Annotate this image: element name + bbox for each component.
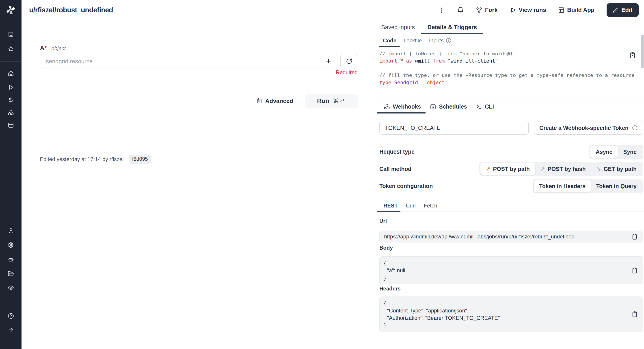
tab-code[interactable]: Code xyxy=(379,34,400,47)
tab-webhooks[interactable]: Webhooks xyxy=(379,100,426,114)
create-webhook-token-button[interactable]: Create a Webhook-specific Token xyxy=(534,121,643,135)
field-name: A xyxy=(40,45,44,52)
trigger-tabs: Webhooks Schedules CLI xyxy=(377,100,644,114)
tab-rest[interactable]: REST xyxy=(379,200,402,211)
fork-button[interactable]: Fork xyxy=(476,7,498,14)
sidebar-expand-button[interactable] xyxy=(6,325,15,334)
home-icon xyxy=(8,71,14,77)
view-runs-label: View runs xyxy=(519,7,546,14)
option-async[interactable]: Async xyxy=(590,146,618,158)
form-actions: Advanced Run ⌘↵ xyxy=(40,94,358,108)
code-viewer[interactable]: // import { toWords } from "number-to-wo… xyxy=(379,50,637,86)
kebab-menu-icon xyxy=(438,7,445,14)
clipboard-copy-icon xyxy=(629,52,636,59)
cli-label: CLI xyxy=(485,103,494,110)
option-token-in-headers[interactable]: Token in Headers xyxy=(534,180,591,192)
body-box: { "a": null } xyxy=(379,256,643,284)
add-resource-button[interactable] xyxy=(320,54,337,68)
required-asterisk: * xyxy=(44,45,47,52)
request-type-row: Request type Async Sync xyxy=(379,145,643,159)
star-icon xyxy=(8,46,14,52)
run-shortcut: ⌘↵ xyxy=(333,98,346,105)
build-app-label: Build App xyxy=(567,7,594,14)
token-config-toggle: Token in Headers Token in Query xyxy=(533,179,643,193)
fork-label: Fork xyxy=(485,7,498,14)
sidebar-item-resources[interactable] xyxy=(6,108,15,117)
call-method-label: Call method xyxy=(379,166,412,172)
body-label: Body xyxy=(379,245,393,251)
tab-schedules[interactable]: Schedules xyxy=(426,100,472,114)
more-options-button[interactable] xyxy=(438,7,445,14)
refresh-icon xyxy=(346,58,352,64)
tab-cli[interactable]: CLI xyxy=(472,100,498,114)
sidebar-item-settings[interactable] xyxy=(6,240,15,249)
rest-tabs: REST Curl Fetch xyxy=(377,200,644,212)
get-by-path-label: GET by path xyxy=(604,166,636,172)
run-label: Run xyxy=(317,97,329,105)
copy-code-button[interactable] xyxy=(629,52,636,59)
required-note: Required xyxy=(290,69,358,76)
sidebar-item-users[interactable] xyxy=(6,226,15,235)
headers-box: { "Content-Type": "application/json", "A… xyxy=(379,296,643,332)
calendar-icon xyxy=(8,122,14,128)
panel-tabs: Saved inputs Details & Triggers xyxy=(377,21,644,34)
advanced-button[interactable]: Advanced xyxy=(256,98,293,105)
arrow-up-right-icon: ↗ xyxy=(540,166,545,172)
view-runs-button[interactable]: View runs xyxy=(510,7,546,14)
token-input[interactable] xyxy=(379,121,528,135)
call-method-toggle: ↗ POST by path ↗ POST by hash ↘ GET by p… xyxy=(479,162,643,176)
sidebar-item-help[interactable] xyxy=(6,311,15,320)
scrollbar-thumb[interactable] xyxy=(641,35,644,68)
edit-button[interactable]: Edit xyxy=(606,3,638,17)
tab-inputs-label: Inputs xyxy=(429,38,444,44)
option-sync[interactable]: Sync xyxy=(618,146,642,158)
sidebar-item-folders[interactable] xyxy=(6,269,15,278)
calendar-icon xyxy=(256,98,262,104)
boxes-icon xyxy=(8,110,14,116)
sidebar-item-workspace[interactable] xyxy=(6,30,15,39)
tab-fetch[interactable]: Fetch xyxy=(420,200,441,211)
page-title: u/rfiszel/robust_undefined xyxy=(29,6,113,14)
sidebar-item-runs[interactable] xyxy=(6,83,15,92)
sidebar-item-schedules[interactable] xyxy=(6,120,15,129)
layout-icon xyxy=(558,7,564,13)
tab-curl[interactable]: Curl xyxy=(402,200,420,211)
edit-label: Edit xyxy=(621,7,632,14)
tab-inputs[interactable]: Inputs xyxy=(425,34,455,47)
refresh-button[interactable] xyxy=(340,54,358,68)
option-post-by-hash[interactable]: ↗ POST by hash xyxy=(535,163,591,175)
option-token-in-query[interactable]: Token in Query xyxy=(591,180,642,192)
option-get-by-path[interactable]: ↘ GET by path xyxy=(591,163,642,175)
tab-lockfile[interactable]: Lockfile xyxy=(400,34,425,47)
copy-body-button[interactable] xyxy=(632,267,638,274)
option-post-by-path[interactable]: ↗ POST by path xyxy=(480,163,535,175)
notifications-button[interactable] xyxy=(457,7,464,14)
sidebar-item-variables[interactable] xyxy=(6,95,15,104)
windmill-logo-icon[interactable] xyxy=(6,5,16,15)
resource-input[interactable] xyxy=(40,54,316,68)
tab-details-triggers[interactable]: Details & Triggers xyxy=(421,21,483,34)
topbar-actions: Fork View runs Build App Edit xyxy=(438,3,638,17)
sidebar-item-favorites[interactable] xyxy=(6,44,15,53)
build-app-button[interactable]: Build App xyxy=(558,7,594,14)
copy-headers-button[interactable] xyxy=(632,311,638,317)
sidebar xyxy=(0,0,22,349)
post-by-path-label: POST by path xyxy=(493,166,530,172)
clipboard-icon xyxy=(632,267,638,274)
bot-icon xyxy=(8,256,14,262)
version-badge[interactable]: f8d095 xyxy=(128,155,152,164)
headers-value: { "Content-Type": "application/json", "A… xyxy=(384,299,622,329)
run-button[interactable]: Run ⌘↵ xyxy=(305,94,358,108)
info-icon xyxy=(632,125,638,131)
url-value: https://app.windmill.dev/api/w/windmill-… xyxy=(384,233,574,240)
copy-url-button[interactable] xyxy=(632,233,638,240)
sidebar-item-audit-logs[interactable] xyxy=(6,283,15,292)
user-icon xyxy=(8,228,14,234)
sidebar-item-home[interactable] xyxy=(6,69,15,78)
info-icon xyxy=(446,38,451,43)
arrow-down-right-icon: ↘ xyxy=(596,166,601,172)
code-content: // import { toWords } from "number-to-wo… xyxy=(379,50,637,86)
tab-saved-inputs[interactable]: Saved inputs xyxy=(381,21,421,34)
webhooks-label: Webhooks xyxy=(393,103,421,110)
sidebar-item-workers[interactable] xyxy=(6,255,15,264)
